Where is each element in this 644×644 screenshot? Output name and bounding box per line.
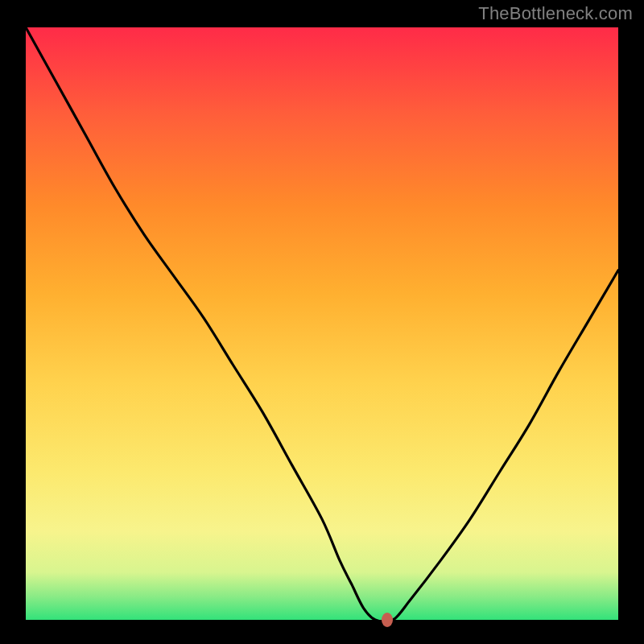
bottleneck-curve <box>26 27 618 620</box>
chart-frame: TheBottleneck.com <box>0 0 644 644</box>
watermark-text: TheBottleneck.com <box>478 3 633 24</box>
minimum-marker <box>382 613 393 627</box>
plot-area <box>26 27 618 620</box>
